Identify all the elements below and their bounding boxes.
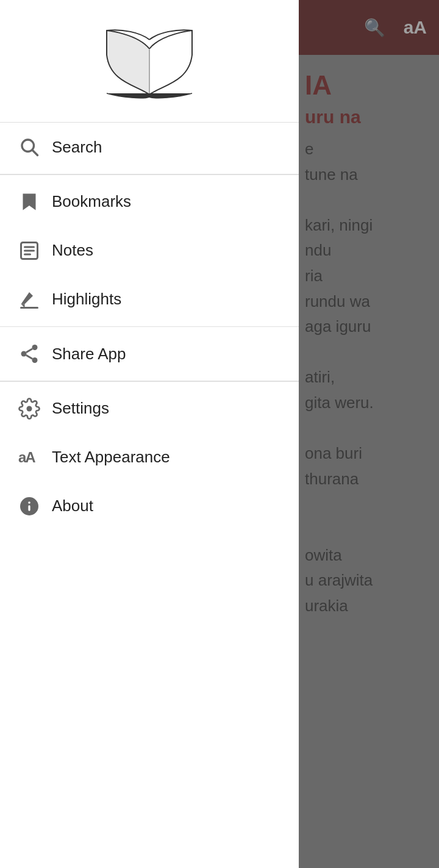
book-logo-icon xyxy=(101,21,198,107)
bookmark-icon xyxy=(18,191,52,213)
bookmarks-label: Bookmarks xyxy=(52,192,131,211)
text-appearance-icon: aA xyxy=(18,449,52,466)
menu-item-text-appearance[interactable]: aA Text Appearance xyxy=(0,433,299,482)
menu-item-notes[interactable]: Notes xyxy=(0,226,299,275)
svg-line-10 xyxy=(26,355,32,359)
text-appearance-label: Text Appearance xyxy=(52,448,170,467)
svg-point-9 xyxy=(32,357,38,363)
svg-point-15 xyxy=(28,501,30,504)
settings-icon xyxy=(18,398,52,420)
menu-item-search[interactable]: Search xyxy=(0,123,299,171)
menu-item-bookmarks[interactable]: Bookmarks xyxy=(0,178,299,226)
svg-line-1 xyxy=(32,150,37,155)
section-divider-1 xyxy=(0,174,299,175)
notes-label: Notes xyxy=(52,241,93,260)
drawer-backdrop[interactable] xyxy=(299,0,439,868)
menu-item-about[interactable]: About xyxy=(0,482,299,531)
search-menu-icon xyxy=(18,136,52,158)
share-icon xyxy=(18,343,52,365)
menu-item-share[interactable]: Share App xyxy=(0,329,299,378)
svg-point-7 xyxy=(32,345,38,350)
about-label: About xyxy=(52,497,93,515)
section-divider-3 xyxy=(0,381,299,382)
search-label: Search xyxy=(52,138,102,157)
settings-label: Settings xyxy=(52,399,109,418)
navigation-drawer: Search Bookmarks Notes xyxy=(0,0,299,868)
app-logo-area xyxy=(0,0,299,122)
info-icon xyxy=(18,495,52,517)
highlight-icon xyxy=(18,289,52,310)
highlights-label: Highlights xyxy=(52,290,121,309)
section-divider-2 xyxy=(0,326,299,328)
svg-point-8 xyxy=(21,351,27,357)
notes-icon xyxy=(18,240,52,262)
share-label: Share App xyxy=(52,345,126,364)
menu-item-highlights[interactable]: Highlights xyxy=(0,275,299,324)
menu-item-settings[interactable]: Settings xyxy=(0,384,299,433)
svg-line-11 xyxy=(26,349,32,353)
